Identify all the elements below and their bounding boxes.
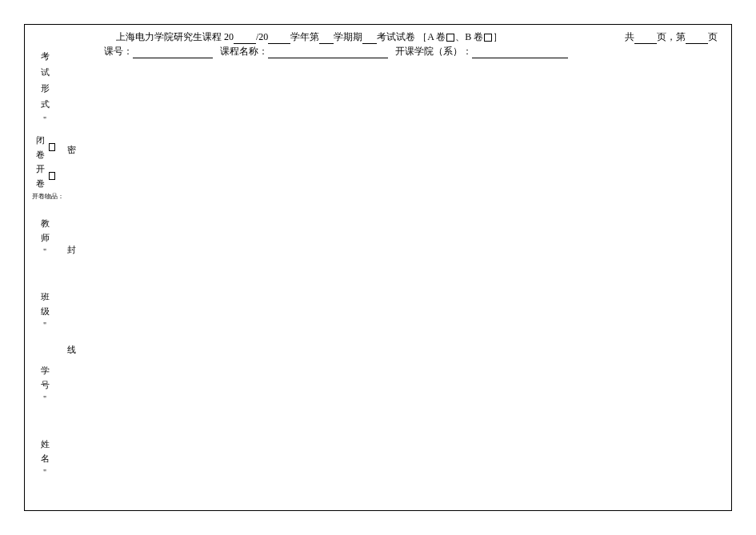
left-sidebar-top: 考 试 形 式 " 闭卷 开卷 开卷物品： bbox=[34, 48, 56, 201]
seal-char-feng: 封 bbox=[66, 244, 77, 256]
name-label: 姓 名 " bbox=[34, 437, 56, 480]
b-paper-label: B 卷 bbox=[465, 31, 483, 42]
student-no-label: 学 号 " bbox=[34, 363, 56, 406]
total-suffix: 页，第 bbox=[657, 31, 686, 42]
dept-label: 开课学院（系）： bbox=[395, 46, 472, 57]
title-mid2: 学年第 bbox=[290, 31, 319, 42]
seal-line-column: 密 封 线 bbox=[66, 144, 77, 444]
current-page-blank[interactable] bbox=[686, 33, 708, 44]
title-prefix: 上海电力学院研究生课程 20 bbox=[116, 31, 234, 42]
semester-blank[interactable] bbox=[319, 33, 334, 44]
seal-char-mi: 密 bbox=[66, 144, 77, 156]
seal-char-xian: 线 bbox=[66, 344, 77, 356]
separator: 、 bbox=[455, 31, 465, 42]
b-paper-checkbox[interactable] bbox=[484, 34, 492, 42]
closed-checkbox[interactable] bbox=[49, 143, 55, 151]
exam-form-label: 考 试 形 式 " bbox=[34, 48, 56, 128]
course-info-line: 课号： 课程名称： 开课学院（系）： bbox=[104, 45, 568, 58]
page-info: 共页，第页 bbox=[625, 30, 718, 44]
page-border bbox=[24, 24, 732, 511]
left-sidebar-labels: 教 师 " 班 级 " 学 号 " 姓 名 " bbox=[34, 216, 56, 510]
bracket-open: ［ bbox=[418, 31, 427, 42]
total-pages-blank[interactable] bbox=[634, 33, 657, 44]
class-label: 班 级 " bbox=[34, 289, 56, 333]
a-paper-checkbox[interactable] bbox=[446, 34, 454, 42]
teacher-label: 教 师 " bbox=[34, 216, 56, 259]
total-prefix: 共 bbox=[625, 31, 634, 42]
period-blank[interactable] bbox=[362, 33, 377, 44]
open-checkbox[interactable] bbox=[49, 172, 55, 180]
title-mid1: /20 bbox=[256, 31, 268, 42]
a-paper-label: A 卷 bbox=[427, 31, 446, 42]
current-suffix: 页 bbox=[708, 31, 718, 42]
year-start-blank[interactable] bbox=[234, 33, 256, 44]
course-no-field[interactable] bbox=[133, 47, 213, 58]
open-items-label: 开卷物品： bbox=[32, 192, 56, 201]
course-name-label: 课程名称： bbox=[220, 46, 268, 57]
course-name-field[interactable] bbox=[268, 47, 388, 58]
open-label: 开卷 bbox=[34, 162, 48, 190]
year-end-blank[interactable] bbox=[268, 33, 290, 44]
dept-field[interactable] bbox=[472, 47, 568, 58]
bracket-close: ］ bbox=[493, 31, 502, 42]
title-suffix: 考试试卷 bbox=[377, 31, 415, 42]
closed-label: 闭卷 bbox=[34, 133, 48, 162]
exam-mode-options: 闭卷 开卷 bbox=[34, 133, 56, 190]
title-mid3: 学期期 bbox=[334, 31, 362, 42]
course-no-label: 课号： bbox=[104, 46, 133, 57]
